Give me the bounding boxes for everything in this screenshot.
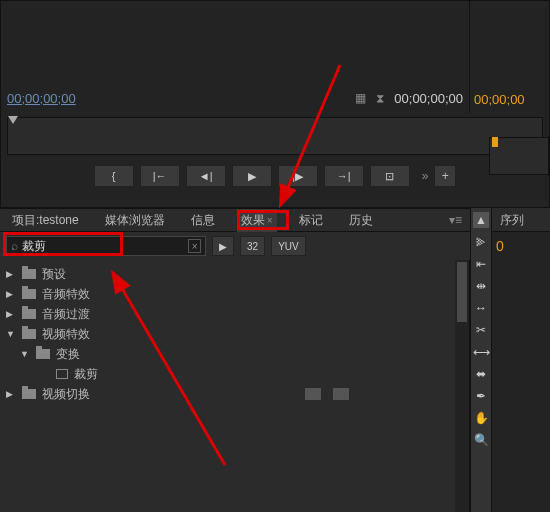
tab-markers[interactable]: 标记	[295, 209, 327, 232]
effect-badges	[305, 388, 349, 400]
track-select-tool[interactable]: ⫸	[473, 234, 489, 250]
folder-icon	[22, 269, 36, 279]
tree-crop[interactable]: 裁剪	[0, 364, 469, 384]
timecode-in[interactable]: 00;00;00;00	[7, 91, 76, 106]
folder-icon	[22, 309, 36, 319]
tree-transform[interactable]: ▼变换	[0, 344, 469, 364]
badge-icon	[305, 388, 321, 400]
tree-label: 音频过渡	[42, 306, 90, 323]
tab-project[interactable]: 项目:testone	[8, 209, 83, 232]
folder-icon	[22, 289, 36, 299]
yuv-filter-button[interactable]: YUV	[271, 236, 306, 256]
play-button[interactable]: ▶	[232, 165, 272, 187]
audio-only-icon[interactable]: ⧗	[376, 91, 384, 105]
tree-label: 变换	[56, 346, 80, 363]
preview-right: 00;00;00	[469, 1, 549, 113]
mark-in-button[interactable]: {	[94, 165, 134, 187]
timecode-sequence[interactable]: 00;00;00	[474, 92, 525, 107]
vertical-scrollbar[interactable]	[455, 260, 469, 512]
preview-left: 00;00;00;00 ▦ ⧗ 00;00;00;00	[1, 1, 469, 113]
slide-tool[interactable]: ⬌	[473, 366, 489, 382]
search-icon: ⌕	[11, 239, 18, 253]
tool-palette: ▲ ⫸ ⇤ ⇹ ↔ ✂ ⟷ ⬌ ✒ ✋ 🔍	[470, 208, 492, 512]
panel-menu-icon[interactable]: ▾≡	[449, 213, 462, 227]
transport-controls: { |← ◄| ▶ |▶ →| ⊡ » +	[1, 165, 549, 187]
folder-icon	[36, 349, 50, 359]
tree-video-trans[interactable]: ▶视频切换	[0, 384, 469, 404]
rate-stretch-tool[interactable]: ↔	[473, 300, 489, 316]
source-monitor: 00;00;00;00 ▦ ⧗ 00;00;00;00 00;00;00 { |…	[0, 0, 550, 208]
selection-tool[interactable]: ▲	[473, 212, 489, 228]
tree-presets[interactable]: ▶预设	[0, 264, 469, 284]
search-field-wrap: ⌕ ×	[6, 236, 206, 256]
search-row: ⌕ × ▶ 32 YUV	[0, 232, 470, 260]
zoom-tool[interactable]: 🔍	[473, 432, 489, 448]
playhead-icon[interactable]	[8, 116, 18, 124]
tree-video-fx[interactable]: ▼视频特效	[0, 324, 469, 344]
ripple-edit-tool[interactable]: ⇤	[473, 256, 489, 272]
slip-tool[interactable]: ⟷	[473, 344, 489, 360]
video-only-icon[interactable]: ▦	[355, 91, 366, 105]
effect-icon	[56, 369, 68, 379]
timecode-out: 00;00;00;00	[394, 91, 463, 106]
pen-tool[interactable]: ✒	[473, 388, 489, 404]
panel-tabs: 项目:testone 媒体浏览器 信息 效果× 标记 历史 ▾≡	[0, 208, 470, 232]
folder-icon	[22, 329, 36, 339]
add-button[interactable]: +	[434, 165, 456, 187]
timeline-panel: 序列 0	[492, 208, 550, 512]
scrub-bar[interactable]	[7, 117, 543, 155]
close-icon[interactable]: ×	[267, 215, 273, 226]
badge-icon	[333, 388, 349, 400]
tree-label: 预设	[42, 266, 66, 283]
step-back-button[interactable]: ◄|	[186, 165, 226, 187]
more-transport-icon[interactable]: »	[422, 169, 429, 183]
tab-media-browser[interactable]: 媒体浏览器	[101, 209, 169, 232]
tab-effects[interactable]: 效果×	[237, 209, 277, 232]
tab-info[interactable]: 信息	[187, 209, 219, 232]
folder-icon	[22, 389, 36, 399]
tree-audio-trans[interactable]: ▶音频过渡	[0, 304, 469, 324]
search-input[interactable]	[22, 239, 188, 253]
tree-audio-fx[interactable]: ▶音频特效	[0, 284, 469, 304]
tree-label: 视频切换	[42, 386, 90, 403]
tree-label: 裁剪	[74, 366, 98, 383]
tab-history[interactable]: 历史	[345, 209, 377, 232]
go-to-out-button[interactable]: →|	[324, 165, 364, 187]
scroll-thumb[interactable]	[457, 262, 467, 322]
insert-button[interactable]: ⊡	[370, 165, 410, 187]
timeline-timecode[interactable]: 0	[492, 232, 550, 260]
hand-tool[interactable]: ✋	[473, 410, 489, 426]
razor-tool[interactable]: ✂	[473, 322, 489, 338]
tree-label: 视频特效	[42, 326, 90, 343]
32bit-filter-button[interactable]: 32	[240, 236, 265, 256]
clear-search-button[interactable]: ×	[188, 239, 201, 253]
rolling-edit-tool[interactable]: ⇹	[473, 278, 489, 294]
program-playhead[interactable]	[492, 137, 498, 147]
tab-sequence[interactable]: 序列	[492, 208, 550, 232]
step-forward-button[interactable]: |▶	[278, 165, 318, 187]
tree-label: 音频特效	[42, 286, 90, 303]
program-scrub[interactable]	[489, 137, 549, 175]
fx-filter-button[interactable]: ▶	[212, 236, 234, 256]
mark-out-button[interactable]: |←	[140, 165, 180, 187]
effects-tree: ▶预设 ▶音频特效 ▶音频过渡 ▼视频特效 ▼变换 裁剪 ▶视频切换	[0, 260, 470, 512]
